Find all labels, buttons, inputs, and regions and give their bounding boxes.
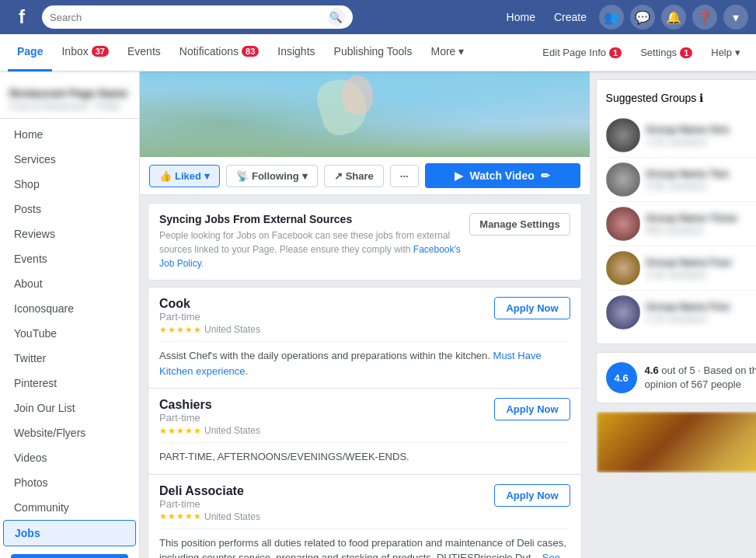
info-icon[interactable]: ℹ xyxy=(699,92,703,104)
sidebar-item-posts[interactable]: Posts xyxy=(3,197,136,221)
rating-stars-cashiers: ★ ★ ★ ★ ★ xyxy=(159,426,201,436)
sidebar-item-events[interactable]: Events xyxy=(3,246,136,271)
watch-video-button[interactable]: ▶ Watch Video ✏ xyxy=(425,163,580,188)
rating-text: 4.6 out of 5 · Based on the opinion of 5… xyxy=(645,364,756,392)
see-more-link-deli[interactable]: See More xyxy=(159,552,560,558)
liked-button[interactable]: 👍 Liked ▾ xyxy=(149,165,220,187)
job-info-cashiers: Cashiers Part-time ★ ★ ★ ★ ★ Un xyxy=(159,398,260,436)
main-layout: Restaurant Page Name Food & Restaurant ·… xyxy=(0,71,756,558)
suggested-groups-panel: Suggested Groups ℹ × Group Name One 1.2K… xyxy=(596,79,756,344)
tab-events[interactable]: Events xyxy=(118,34,170,71)
settings-btn[interactable]: Settings 1 xyxy=(632,42,700,63)
group-item-2: Group Name Two 5.6K members xyxy=(606,158,756,202)
tab-page[interactable]: Page xyxy=(8,34,52,71)
sidebar-item-community[interactable]: Community xyxy=(3,495,136,520)
search-input[interactable] xyxy=(50,12,323,23)
top-nav-right: Home Create 👥 💬 🔔 ❓ ▾ xyxy=(500,5,748,30)
sidebar-item-jobs[interactable]: Jobs xyxy=(3,520,136,546)
job-policy-link[interactable]: Facebook's Job Policy xyxy=(159,244,461,269)
bell-icon[interactable]: 🔔 xyxy=(661,5,686,30)
chevron-down-icon[interactable]: ▾ xyxy=(723,5,748,30)
page-meta-blurred: Food & Restaurant · Public xyxy=(9,101,130,112)
sidebar-item-shop[interactable]: Shop xyxy=(3,172,136,197)
job-card-cashiers: Cashiers Part-time ★ ★ ★ ★ ★ Un xyxy=(148,389,582,475)
sync-banner-text: Syncing Jobs From External Sources Peopl… xyxy=(159,213,462,270)
sidebar-item-pinterest[interactable]: Pinterest xyxy=(3,371,136,396)
sidebar-item-services[interactable]: Services xyxy=(3,147,136,172)
people-icon[interactable]: 👥 xyxy=(599,5,624,30)
cover-photo xyxy=(140,71,590,157)
edit-page-info-btn[interactable]: Edit Page Info 1 xyxy=(535,42,629,63)
group-meta-1: 1.2K members xyxy=(646,137,756,148)
sidebar-item-about[interactable]: About xyxy=(3,271,136,296)
tab-insights[interactable]: Insights xyxy=(268,34,324,71)
page-tab-bar: Page Inbox 37 Events Notifications 83 In… xyxy=(0,34,756,71)
tab-publishing-tools[interactable]: Publishing Tools xyxy=(325,34,422,71)
group-info-1: Group Name One 1.2K members xyxy=(646,124,756,148)
job-location-cashiers: ★ ★ ★ ★ ★ United States xyxy=(159,425,260,436)
group-meta-5: 2.1K members xyxy=(646,314,756,325)
sync-banner: Syncing Jobs From External Sources Peopl… xyxy=(148,203,582,281)
messenger-icon[interactable]: 💬 xyxy=(630,5,655,30)
promote-button[interactable]: Promote xyxy=(11,554,128,558)
inbox-badge: 37 xyxy=(92,46,109,57)
manage-settings-button[interactable]: Manage Settings xyxy=(469,213,570,235)
page-tabs-right-actions: Edit Page Info 1 Settings 1 Help ▾ xyxy=(535,42,748,63)
sidebar-item-photos[interactable]: Photos xyxy=(3,470,136,495)
group-item-5: Group Name Five 2.1K members xyxy=(606,291,756,334)
sidebar-item-iconosquare[interactable]: Iconosquare xyxy=(3,296,136,321)
group-name-5: Group Name Five xyxy=(646,301,756,312)
help-icon[interactable]: ❓ xyxy=(692,5,717,30)
play-icon: ▶ xyxy=(455,169,463,182)
job-title-cook: Cook xyxy=(159,297,260,311)
group-name-2: Group Name Two xyxy=(646,168,756,180)
group-avatar-4 xyxy=(606,251,640,285)
job-header-cook: Cook Part-time ★ ★ ★ ★ ★ United xyxy=(159,297,570,335)
sidebar-nav: Home Services Shop Posts Reviews Events … xyxy=(0,119,139,546)
sidebar-item-twitter[interactable]: Twitter xyxy=(3,346,136,371)
action-bar: 👍 Liked ▾ 📡 Following ▾ ↗ Share ··· ▶ Wa… xyxy=(140,157,590,195)
group-item-1: Group Name One 1.2K members xyxy=(606,113,756,158)
search-bar[interactable]: 🔍 xyxy=(42,5,353,29)
rating-stars-deli: ★ ★ ★ ★ ★ xyxy=(159,511,201,521)
help-btn[interactable]: Help ▾ xyxy=(703,42,748,63)
jobs-container: Syncing Jobs From External Sources Peopl… xyxy=(140,195,590,558)
tab-inbox[interactable]: Inbox 37 xyxy=(52,34,118,71)
following-icon: 📡 xyxy=(236,170,249,182)
sidebar-item-videos[interactable]: Videos xyxy=(3,445,136,470)
job-desc-deli: This position performs all duties relate… xyxy=(159,528,570,559)
search-button[interactable]: 🔍 xyxy=(328,8,345,26)
sidebar-item-reviews[interactable]: Reviews xyxy=(3,221,136,246)
group-avatar-1 xyxy=(606,118,640,152)
job-info-deli: Deli Associate Part-time ★ ★ ★ ★ ★ xyxy=(159,484,260,522)
sidebar-item-website-flyers[interactable]: Website/Flyers xyxy=(3,420,136,445)
create-nav-link[interactable]: Create xyxy=(548,8,593,26)
tab-more[interactable]: More ▾ xyxy=(421,34,473,71)
apply-button-cook[interactable]: Apply Now xyxy=(494,297,570,319)
sidebar-item-home[interactable]: Home xyxy=(3,122,136,147)
settings-badge: 1 xyxy=(680,47,692,58)
facebook-logo[interactable]: f xyxy=(8,3,36,31)
group-meta-3: 890 members xyxy=(646,225,756,236)
share-button[interactable]: ↗ Share xyxy=(324,165,384,187)
group-avatar-2 xyxy=(606,162,640,197)
job-type-cook: Part-time xyxy=(159,311,260,323)
notifications-badge: 83 xyxy=(242,46,259,57)
job-type-deli: Part-time xyxy=(159,498,260,510)
apply-button-cashiers[interactable]: Apply Now xyxy=(494,398,570,420)
apply-button-deli[interactable]: Apply Now xyxy=(494,484,570,507)
food-thumbnail xyxy=(596,411,756,473)
tab-notifications[interactable]: Notifications 83 xyxy=(170,34,269,71)
suggested-groups-title: Suggested Groups ℹ xyxy=(606,92,704,104)
sidebar-item-youtube[interactable]: YouTube xyxy=(3,321,136,346)
home-nav-link[interactable]: Home xyxy=(500,8,542,26)
right-sidebar: Suggested Groups ℹ × Group Name One 1.2K… xyxy=(590,71,756,558)
job-location-deli: ★ ★ ★ ★ ★ United States xyxy=(159,511,260,522)
group-name-3: Group Name Three xyxy=(646,212,756,224)
rating-stars-cook: ★ ★ ★ ★ ★ xyxy=(159,325,201,335)
sidebar-item-join-our-list[interactable]: Join Our List xyxy=(3,396,136,420)
more-button[interactable]: ··· xyxy=(390,165,419,187)
rating-box: 4.6 4.6 out of 5 · Based on the opinion … xyxy=(596,352,756,403)
group-avatar-5 xyxy=(606,295,640,330)
following-button[interactable]: 📡 Following ▾ xyxy=(226,165,318,187)
